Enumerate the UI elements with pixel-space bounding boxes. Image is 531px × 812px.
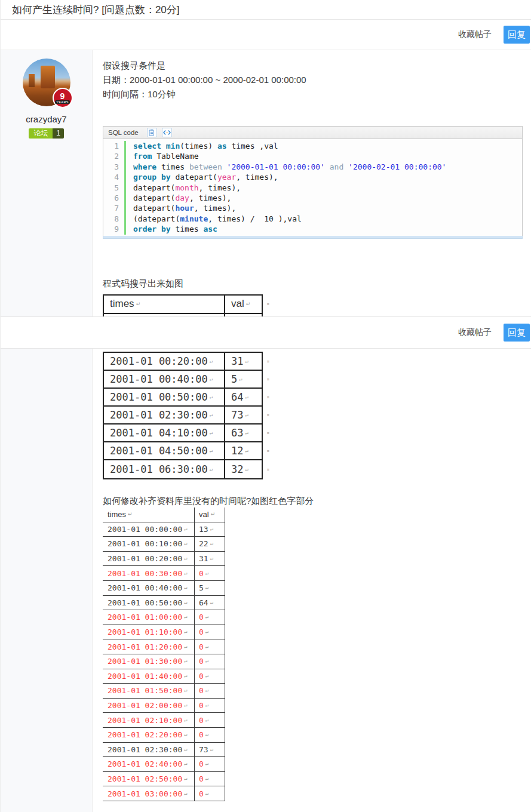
return-mark: ↵ bbox=[210, 448, 213, 454]
return-mark: ↵ bbox=[184, 703, 187, 708]
cell-value: 73 bbox=[199, 745, 208, 754]
cell-val: 22↵ bbox=[195, 537, 225, 551]
code-line: 4group by datepart(year, times), bbox=[103, 172, 522, 182]
cell-times: 2001-01 00:50:00↵ bbox=[103, 596, 195, 610]
line-number: 4 bbox=[103, 172, 124, 182]
return-mark: ↵ bbox=[205, 644, 208, 650]
cell-times: 2001-01 01:20:00↵ bbox=[103, 639, 195, 654]
return-mark: ↵ bbox=[246, 302, 251, 307]
return-mark: ↵ bbox=[184, 556, 187, 561]
cell-times: 2001-01 00:20:00↵ bbox=[104, 353, 225, 370]
cell-value: 2001-01 02:30:00 bbox=[110, 409, 208, 421]
full-table: times↵ val↵ 2001-01 00:00:00↵13↵2001-01 … bbox=[103, 508, 225, 801]
cell-times: 2001-01 01:30:00↵ bbox=[103, 654, 195, 669]
code-text: group by datepart(year, times), bbox=[124, 172, 522, 182]
clipped-table-row bbox=[104, 314, 262, 316]
cell-value: 2001-01 01:40:00 bbox=[108, 672, 182, 681]
code-line: 7datepart(hour, times), bbox=[103, 203, 522, 213]
cell-value: 2001-01 02:30:00 bbox=[108, 745, 182, 754]
return-mark: ↵ bbox=[205, 629, 208, 635]
cell-val: 0↵ bbox=[195, 713, 225, 727]
cell-value: 2001-01 01:00:00 bbox=[108, 613, 182, 622]
return-mark: ↵ bbox=[184, 659, 187, 664]
table-row: 2001-01 00:40:00↵5↵ bbox=[103, 581, 225, 596]
return-mark: ↵ bbox=[184, 776, 187, 782]
row-end-mark: ¤ bbox=[266, 359, 269, 364]
table-row: 2001-01 00:10:00↵22↵ bbox=[103, 537, 225, 552]
table-row: 2001-01 00:50:00↵64↵ bbox=[103, 596, 225, 611]
table-row-missing-time: 2001-01 01:20:00↵0↵ bbox=[103, 639, 225, 654]
cell-value: 13 bbox=[199, 525, 208, 534]
reply-button[interactable]: 回复 bbox=[504, 324, 530, 342]
code-text: datepart(hour, times), bbox=[124, 203, 522, 213]
cell-value: 31 bbox=[199, 554, 208, 563]
line-number: 2 bbox=[103, 151, 124, 161]
cell-value: 2001-01 00:20:00 bbox=[108, 554, 182, 563]
return-mark: ↵ bbox=[184, 732, 187, 737]
cell-value: 2001-01 04:50:00 bbox=[110, 445, 208, 457]
line-number: 6 bbox=[103, 193, 124, 203]
copy-icon[interactable] bbox=[147, 128, 157, 137]
cell-times: 2001-01 00:40:00↵ bbox=[104, 371, 225, 387]
username-link[interactable]: crazyday7 bbox=[26, 114, 66, 124]
return-mark: ↵ bbox=[184, 673, 187, 679]
return-mark: ↵ bbox=[205, 703, 208, 708]
cell-value: 0 bbox=[199, 657, 204, 666]
cell-times: 2001-01 00:00:00↵ bbox=[103, 522, 195, 537]
view-source-icon[interactable] bbox=[162, 128, 172, 137]
return-mark: ↵ bbox=[205, 791, 208, 796]
favorite-link[interactable]: 收藏帖子 bbox=[458, 327, 492, 338]
cell-value: 0 bbox=[199, 789, 204, 798]
cell-value: 0 bbox=[199, 613, 204, 622]
return-mark: ↵ bbox=[205, 614, 208, 620]
table-row-missing-time: 2001-01 02:00:00↵0↵ bbox=[103, 699, 225, 713]
return-mark: ↵ bbox=[245, 448, 248, 454]
user-avatar[interactable]: 9 YEARS bbox=[23, 59, 70, 106]
cell-value: 2001-01 01:30:00 bbox=[108, 657, 182, 666]
table-row-missing-time: 2001-01 01:10:00↵0↵ bbox=[103, 625, 225, 640]
cell-value: 0 bbox=[199, 759, 204, 768]
return-mark: ↵ bbox=[184, 747, 187, 752]
return-mark: ↵ bbox=[210, 600, 213, 605]
return-mark: ↵ bbox=[136, 302, 141, 307]
return-mark: ↵ bbox=[184, 718, 187, 723]
row-end-mark: ¤ bbox=[266, 413, 269, 418]
favorite-link[interactable]: 收藏帖子 bbox=[458, 29, 492, 40]
return-mark: ↵ bbox=[184, 541, 187, 546]
return-mark: ↵ bbox=[184, 571, 187, 576]
return-mark: ↵ bbox=[210, 556, 213, 561]
return-mark: ↵ bbox=[210, 359, 213, 364]
table-row-missing-time: 2001-01 02:20:00↵0↵ bbox=[103, 728, 225, 743]
cell-times: 2001-01 03:00:00↵ bbox=[103, 786, 195, 801]
years-badge: 9 YEARS bbox=[53, 88, 73, 108]
forum-badge-label: 论坛 bbox=[29, 128, 53, 139]
cell-val: 0↵ bbox=[195, 625, 225, 639]
code-text: order by times asc bbox=[124, 224, 522, 234]
cell-times: 2001-01 01:50:00↵ bbox=[103, 684, 195, 698]
return-mark: ↵ bbox=[245, 413, 248, 418]
reply-button[interactable]: 回复 bbox=[504, 26, 530, 44]
return-mark: ↵ bbox=[184, 688, 187, 693]
return-mark: ↵ bbox=[210, 541, 213, 546]
cell-value: 64 bbox=[231, 391, 243, 403]
cell-value: 2001-01 02:00:00 bbox=[108, 701, 182, 710]
table-row-missing-time: 2001-01 02:40:00↵0↵ bbox=[103, 757, 225, 772]
cell-times: 2001-01 02:30:00↵ bbox=[103, 743, 195, 757]
cell-times: 2001-01 01:10:00↵ bbox=[103, 625, 195, 639]
cell-value: 32 bbox=[231, 463, 243, 475]
code-text: datepart(day, times), bbox=[124, 193, 522, 203]
cell-val: 5↵ bbox=[225, 371, 262, 387]
cell-val: 0↵ bbox=[195, 610, 225, 625]
cell-times: 2001-01 00:30:00↵ bbox=[103, 566, 195, 580]
cell-value: 2001-01 02:20:00 bbox=[108, 730, 182, 739]
cell-value: 2001-01 04:10:00 bbox=[110, 427, 208, 439]
sql-code-label: SQL code bbox=[108, 129, 139, 136]
forum-badge[interactable]: 论坛 1 bbox=[29, 128, 64, 139]
cell-value: 73 bbox=[231, 409, 243, 421]
return-mark: ↵ bbox=[184, 614, 187, 620]
cell-val: 31↵ bbox=[225, 353, 262, 370]
cell-value: 64 bbox=[199, 598, 208, 607]
table-row: 2001-01 06:30:00↵32↵¤ bbox=[104, 460, 262, 478]
return-mark: ↵ bbox=[245, 359, 248, 364]
cell-val: 0↵ bbox=[195, 699, 225, 713]
